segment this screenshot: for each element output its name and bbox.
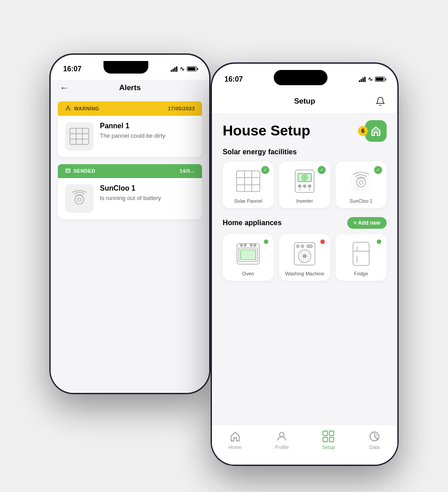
setup-header: Setup xyxy=(212,91,397,113)
suncloo-icon xyxy=(348,168,375,195)
svg-rect-48 xyxy=(329,437,334,442)
battery-icon xyxy=(187,66,197,71)
nav-home[interactable]: Home xyxy=(228,430,241,450)
svg-point-31 xyxy=(250,244,253,246)
inverter-name: Inverter xyxy=(296,198,313,204)
sended-label: SENDED xyxy=(65,168,95,174)
warning-alert-title: Pannel 1 xyxy=(100,122,165,130)
status-time-alerts: 16:07 xyxy=(63,65,82,73)
fridge-status-dot xyxy=(377,239,381,244)
warning-alert-card[interactable]: Pannel 1 The pannel could be dirty xyxy=(58,116,202,157)
profile-nav-icon xyxy=(276,430,288,443)
oven-icon xyxy=(235,240,262,267)
status-icons-alerts: ∿ xyxy=(171,65,197,72)
warning-date: 17/05/2023 xyxy=(168,106,195,111)
sended-alert-desc: Is running out of battery xyxy=(100,194,161,202)
alerts-screen-title: Alerts xyxy=(60,83,200,92)
appliances-header: Home appliances + Add new xyxy=(212,217,397,229)
oven-name: Oven xyxy=(242,271,254,276)
profile-nav-label: Profile xyxy=(275,444,289,450)
solar-device-grid: ✓ Solar Pannel xyxy=(212,161,397,208)
svg-point-36 xyxy=(303,254,306,258)
svg-point-37 xyxy=(297,245,299,248)
alerts-screen: WARNING 17/05/2023 xyxy=(51,98,209,393)
solar-panel-status: ✓ xyxy=(261,166,269,174)
svg-point-32 xyxy=(254,244,256,246)
panel-icon-box xyxy=(65,122,94,151)
suncloo-card[interactable]: ✓ xyxy=(336,161,387,208)
solar-panel-card[interactable]: ✓ Solar Pannel xyxy=(223,161,274,208)
inverter-icon xyxy=(291,168,318,195)
washing-machine-name: Washing Machine xyxy=(285,271,324,276)
house-setup-section: House Setup 6 xyxy=(212,113,397,142)
wifi-icon: ∿ xyxy=(180,65,185,72)
fridge-name: Fridge xyxy=(354,271,368,276)
sended-date: 14/0... xyxy=(180,168,195,174)
battery-icon-setup xyxy=(375,77,385,82)
svg-rect-47 xyxy=(323,437,327,442)
setup-nav-label: Setup xyxy=(322,444,335,450)
nav-data[interactable]: Data xyxy=(368,430,381,450)
solar-panel-name: Solar Pannel xyxy=(234,198,263,204)
sended-text: SENDED xyxy=(73,168,95,174)
sended-section-header: SENDED 14/0... xyxy=(58,164,202,178)
alerts-phone: 16:07 ∿ ← Alerts xyxy=(49,53,211,394)
warning-alert-desc: The pannel could be dirty xyxy=(100,132,165,140)
oven-card[interactable]: Oven xyxy=(223,234,274,281)
fridge-icon xyxy=(348,240,375,267)
sended-alert-card[interactable]: SunCloo 1 Is running out of battery xyxy=(58,178,202,219)
svg-rect-39 xyxy=(307,245,312,248)
status-icons-setup: ∿ xyxy=(359,76,385,83)
house-setup-title: House Setup xyxy=(223,122,310,139)
appliances-grid: Oven xyxy=(212,234,397,281)
svg-point-38 xyxy=(301,245,304,248)
data-nav-icon xyxy=(368,430,381,443)
home-nav-icon xyxy=(229,430,241,443)
alerts-header: ← Alerts xyxy=(51,80,209,98)
svg-point-8 xyxy=(78,198,81,201)
sended-icon xyxy=(65,168,71,174)
svg-rect-1 xyxy=(70,128,89,144)
oven-status-dot xyxy=(264,239,268,244)
warning-alert-info: Pannel 1 The pannel could be dirty xyxy=(100,122,165,140)
add-new-button[interactable]: + Add new xyxy=(347,217,387,229)
status-bar-alerts: 16:07 ∿ xyxy=(51,55,209,80)
inverter-status: ✓ xyxy=(318,166,326,174)
setup-phone: 16:07 ∿ Setup xyxy=(211,62,399,466)
washing-machine-status-dot xyxy=(320,239,325,244)
svg-point-7 xyxy=(75,195,84,204)
solar-panel-icon xyxy=(235,168,262,195)
svg-point-18 xyxy=(303,185,306,187)
svg-line-51 xyxy=(375,436,377,439)
setup-screen: House Setup 6 S xyxy=(212,113,397,465)
svg-point-19 xyxy=(308,185,311,187)
inverter-card[interactable]: ✓ xyxy=(279,161,330,208)
washing-machine-card[interactable]: Washing Machine xyxy=(279,234,330,281)
data-nav-label: Data xyxy=(369,444,379,450)
house-icon-button[interactable] xyxy=(365,120,387,142)
svg-rect-45 xyxy=(323,431,327,435)
status-time-setup: 16:07 xyxy=(224,75,243,83)
warning-section-header: WARNING 17/05/2023 xyxy=(58,101,202,116)
solar-section-label: Solar energy facilities xyxy=(212,148,397,156)
house-badge: 6 xyxy=(355,120,387,142)
svg-point-17 xyxy=(298,185,301,187)
bell-button[interactable] xyxy=(374,95,387,108)
fridge-card[interactable]: Fridge xyxy=(336,234,387,281)
svg-point-24 xyxy=(354,175,368,190)
nav-profile[interactable]: Profile xyxy=(275,430,289,450)
svg-point-30 xyxy=(244,244,246,246)
svg-point-23 xyxy=(359,181,363,184)
back-button[interactable]: ← xyxy=(60,82,69,94)
notch xyxy=(103,61,148,74)
signal-icon xyxy=(171,66,177,72)
svg-rect-9 xyxy=(237,171,260,192)
svg-rect-40 xyxy=(353,242,369,266)
signal-icon-setup xyxy=(359,77,366,82)
svg-point-22 xyxy=(357,178,366,187)
suncloo-name: SunCloo 1 xyxy=(349,198,372,204)
house-badge-count: 6 xyxy=(358,126,368,136)
warning-label: WARNING xyxy=(65,105,99,112)
warning-icon xyxy=(65,105,71,112)
nav-setup[interactable]: Setup xyxy=(322,430,335,450)
